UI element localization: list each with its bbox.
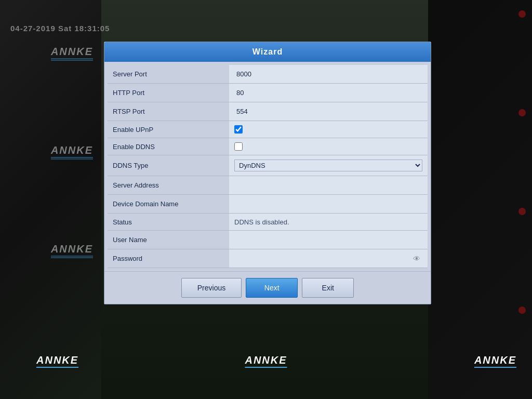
previous-button[interactable]: Previous	[181, 278, 242, 298]
ddns-type-select[interactable]: DynDNS No-IP HiDDNS	[234, 159, 422, 171]
table-row: Status DDNS is disabled.	[108, 214, 428, 231]
value-status: DDNS is disabled.	[229, 214, 428, 231]
annke-logo-bottom-center: ANNKE	[245, 354, 287, 368]
table-row: User Name	[108, 231, 428, 249]
next-button[interactable]: Next	[246, 278, 298, 298]
table-row: Server Port	[108, 65, 428, 84]
table-row: Server Address	[108, 176, 428, 195]
label-server-address: Server Address	[108, 176, 229, 195]
label-enable-upnp: Enable UPnP	[108, 121, 229, 138]
value-password: 👁	[229, 249, 428, 268]
table-row: DDNS Type DynDNS No-IP HiDDNS	[108, 155, 428, 176]
username-input[interactable]	[234, 235, 422, 245]
label-password: Password	[108, 249, 229, 268]
value-rtsp-port	[229, 102, 428, 121]
value-username	[229, 231, 428, 249]
http-port-input[interactable]	[234, 88, 422, 98]
dialog-body: Server Port HTTP Port RTSP Port	[104, 62, 431, 271]
value-enable-upnp	[229, 121, 428, 138]
dialog-footer: Previous Next Exit	[104, 271, 431, 304]
value-server-port	[229, 65, 428, 84]
label-username: User Name	[108, 231, 229, 249]
value-http-port	[229, 84, 428, 102]
password-field-wrapper: 👁	[234, 254, 422, 263]
annke-logo-bottom-left: ANNKE	[36, 354, 78, 368]
rtsp-port-input[interactable]	[234, 107, 422, 116]
table-row: Enable UPnP	[108, 121, 428, 138]
enable-ddns-checkbox[interactable]	[234, 142, 243, 151]
label-ddns-type: DDNS Type	[108, 155, 229, 176]
exit-button[interactable]: Exit	[302, 278, 354, 298]
upnp-checkbox-wrapper	[234, 125, 422, 134]
table-row: Device Domain Name	[108, 195, 428, 214]
server-address-input[interactable]	[234, 180, 422, 190]
value-ddns-type: DynDNS No-IP HiDDNS	[229, 155, 428, 176]
table-row: RTSP Port	[108, 102, 428, 121]
label-device-domain-name: Device Domain Name	[108, 195, 229, 214]
device-domain-name-input[interactable]	[234, 199, 422, 209]
table-row: Password 👁	[108, 249, 428, 268]
value-enable-ddns	[229, 138, 428, 155]
status-text: DDNS is disabled.	[234, 218, 289, 226]
server-port-input[interactable]	[234, 69, 422, 79]
enable-upnp-checkbox[interactable]	[234, 125, 243, 134]
annke-logo-bottom-right: ANNKE	[474, 354, 516, 368]
wizard-dialog: Wizard Server Port HTTP Port	[104, 42, 431, 304]
form-table: Server Port HTTP Port RTSP Port	[108, 65, 428, 268]
password-eye-icon[interactable]: 👁	[413, 255, 420, 263]
value-server-address	[229, 176, 428, 195]
dialog-title: Wizard	[104, 42, 431, 62]
label-status: Status	[108, 214, 229, 231]
table-row: HTTP Port	[108, 84, 428, 102]
ddns-checkbox-wrapper	[234, 142, 422, 151]
value-device-domain-name	[229, 195, 428, 214]
label-http-port: HTTP Port	[108, 84, 229, 102]
label-rtsp-port: RTSP Port	[108, 102, 229, 121]
label-enable-ddns: Enable DDNS	[108, 138, 229, 155]
label-server-port: Server Port	[108, 65, 229, 84]
table-row: Enable DDNS	[108, 138, 428, 155]
password-input[interactable]	[234, 254, 422, 263]
